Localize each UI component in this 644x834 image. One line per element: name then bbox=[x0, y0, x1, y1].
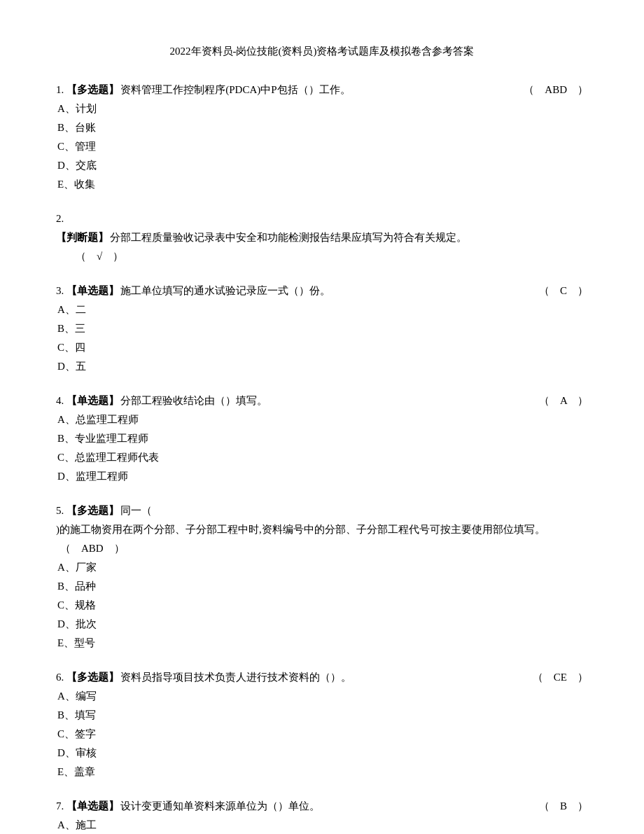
question-main-6: 6. 【多选题】资料员指导项目技术负责人进行技术资料的（）。（ CE ） bbox=[56, 668, 588, 687]
question-number-2: 2. bbox=[56, 209, 588, 228]
question-text-6: 资料员指导项目技术负责人进行技术资料的（）。 bbox=[120, 668, 528, 687]
option-3-2: B、三 bbox=[56, 319, 588, 338]
question-number-5: 5. bbox=[56, 501, 64, 520]
question-block-5: 5. 【多选题】同一（)的施工物资用在两个分部、子分部工程中时,资料编号中的分部… bbox=[56, 501, 588, 653]
question-type-5: 【多选题】 bbox=[66, 501, 119, 520]
page-title: 2022年资料员-岗位技能(资料员)资格考试题库及模拟卷含参考答案 bbox=[56, 42, 588, 61]
question-text-7: 设计变更通知单资料来源单位为（）单位。 bbox=[120, 797, 535, 816]
option-1-5: E、收集 bbox=[56, 175, 588, 194]
question-main-3: 3. 【单选题】施工单位填写的通水试验记录应一式（）份。（ C ） bbox=[56, 282, 588, 300]
question-number-6: 6. bbox=[56, 668, 64, 687]
question-number-7: 7. bbox=[56, 797, 64, 816]
question-block-4: 4. 【单选题】分部工程验收结论由（）填写。（ A ）A、总监理工程师B、专业监… bbox=[56, 391, 588, 486]
question-type-2: 【判断题】 bbox=[56, 228, 108, 247]
option-1-2: B、台账 bbox=[56, 118, 588, 137]
question-text-3: 施工单位填写的通水试验记录应一式（）份。 bbox=[120, 282, 535, 300]
question-block-3: 3. 【单选题】施工单位填写的通水试验记录应一式（）份。（ C ）A、二B、三C… bbox=[56, 282, 588, 376]
option-5-3: C、规格 bbox=[56, 596, 588, 615]
question-type-3: 【单选题】 bbox=[66, 282, 119, 300]
option-1-1: A、计划 bbox=[56, 99, 588, 118]
question-answer-6: （ CE ） bbox=[533, 668, 588, 687]
question-block-7: 7. 【单选题】设计变更通知单资料来源单位为（）单位。（ B ）A、施工B、设计… bbox=[56, 797, 588, 834]
option-1-4: D、交底 bbox=[56, 156, 588, 175]
option-5-4: D、批次 bbox=[56, 615, 588, 634]
question-text-part1-5: 同一（ bbox=[120, 501, 152, 520]
question-text-1: 资料管理工作控制程序(PDCA)中P包括（）工作。 bbox=[120, 81, 519, 99]
question-answer-3: （ C ） bbox=[539, 282, 588, 300]
option-5-2: B、品种 bbox=[56, 577, 588, 596]
option-3-3: C、四 bbox=[56, 338, 588, 357]
option-5-5: E、型号 bbox=[56, 634, 588, 653]
option-6-5: E、盖章 bbox=[56, 763, 588, 781]
option-4-1: A、总监理工程师 bbox=[56, 410, 588, 429]
question-number-3: 3. bbox=[56, 282, 64, 300]
question-number-1: 1. bbox=[56, 81, 64, 99]
question-block-2: 2.【判断题】分部工程质量验收记录表中安全和功能检测报告结果应填写为符合有关规定… bbox=[56, 209, 588, 266]
question-answer-4: （ A ） bbox=[539, 391, 588, 410]
question-main-2: 【判断题】分部工程质量验收记录表中安全和功能检测报告结果应填写为符合有关规定。 bbox=[56, 228, 588, 247]
question-type-6: 【多选题】 bbox=[66, 668, 119, 687]
option-5-1: A、厂家 bbox=[56, 558, 588, 577]
question-number-4: 4. bbox=[56, 391, 64, 410]
question-text-4: 分部工程验收结论由（）填写。 bbox=[120, 391, 535, 410]
question-type-4: 【单选题】 bbox=[66, 391, 119, 410]
question-main-7: 7. 【单选题】设计变更通知单资料来源单位为（）单位。（ B ） bbox=[56, 797, 588, 816]
option-3-1: A、二 bbox=[56, 300, 588, 319]
question-type-1: 【多选题】 bbox=[66, 81, 119, 99]
question-answer-7: （ B ） bbox=[539, 797, 588, 816]
option-4-3: C、总监理工程师代表 bbox=[56, 448, 588, 467]
option-6-2: B、填写 bbox=[56, 706, 588, 725]
question-answer-1: （ ABD ） bbox=[524, 81, 588, 99]
option-6-3: C、签字 bbox=[56, 725, 588, 744]
question-answer-5: （ ABD ） bbox=[60, 543, 125, 554]
question-main-4: 4. 【单选题】分部工程验收结论由（）填写。（ A ） bbox=[56, 391, 588, 410]
option-6-4: D、审核 bbox=[56, 744, 588, 763]
question-main-5: 5. 【多选题】同一（)的施工物资用在两个分部、子分部工程中时,资料编号中的分部… bbox=[56, 501, 588, 558]
option-4-4: D、监理工程师 bbox=[56, 467, 588, 486]
option-6-1: A、编写 bbox=[56, 687, 588, 706]
question-main-1: 1. 【多选题】资料管理工作控制程序(PDCA)中P包括（）工作。（ ABD ） bbox=[56, 81, 588, 99]
question-text-part2-5: )的施工物资用在两个分部、子分部工程中时,资料编号中的分部、子分部工程代号可按主… bbox=[56, 520, 588, 558]
option-7-1: A、施工 bbox=[56, 816, 588, 834]
question-block-6: 6. 【多选题】资料员指导项目技术负责人进行技术资料的（）。（ CE ）A、编写… bbox=[56, 668, 588, 781]
question-text-2: 分部工程质量验收记录表中安全和功能检测报告结果应填写为符合有关规定。 bbox=[110, 228, 588, 247]
option-4-2: B、专业监理工程师 bbox=[56, 429, 588, 448]
option-3-4: D、五 bbox=[56, 357, 588, 376]
question-answer-2: （ √ ） bbox=[56, 247, 588, 266]
option-1-3: C、管理 bbox=[56, 137, 588, 156]
question-type-7: 【单选题】 bbox=[66, 797, 119, 816]
question-block-1: 1. 【多选题】资料管理工作控制程序(PDCA)中P包括（）工作。（ ABD ）… bbox=[56, 81, 588, 194]
